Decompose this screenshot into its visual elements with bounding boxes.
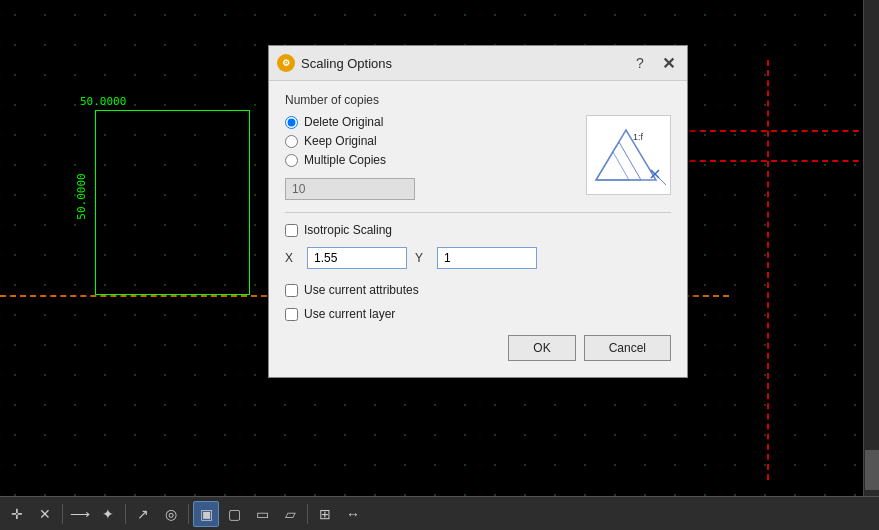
dialog-help-button[interactable]: ? [629,52,651,74]
cancel-button[interactable]: Cancel [584,335,671,361]
y-label: Y [415,251,429,265]
isotropic-scaling-checkbox[interactable] [285,224,298,237]
scrollbar-thumb-vertical[interactable] [865,450,879,490]
radio-keep-original[interactable]: Keep Original [285,134,574,148]
xy-row: X Y [285,247,671,269]
top-section: Delete Original Keep Original Multiple C… [285,115,671,200]
radio-multiple-copies-input[interactable] [285,154,298,167]
toolbar-icon-close[interactable]: ✕ [32,501,58,527]
use-current-layer-label: Use current layer [304,307,395,321]
dashed-line-vertical [767,60,769,480]
toolbar-icon-monitor-3[interactable]: ▭ [249,501,275,527]
copies-input-container [285,178,574,200]
number-of-copies-label: Number of copies [285,93,671,107]
radio-delete-original-input[interactable] [285,116,298,129]
button-row: OK Cancel [285,335,671,361]
cad-rectangle [95,110,250,295]
scaling-options-dialog: ⚙ Scaling Options ? ✕ Number of copies D… [268,45,688,378]
dialog-titlebar[interactable]: ⚙ Scaling Options ? ✕ [269,46,687,81]
radio-delete-original-label: Delete Original [304,115,383,129]
use-current-layer-checkbox[interactable] [285,308,298,321]
ok-button[interactable]: OK [508,335,575,361]
toolbar-separator-2 [125,504,126,524]
isotropic-scaling-row[interactable]: Isotropic Scaling [285,223,671,237]
toolbar-icon-monitor-2[interactable]: ▢ [221,501,247,527]
use-current-attributes-row[interactable]: Use current attributes [285,283,671,297]
toolbar-separator-4 [307,504,308,524]
toolbar-separator-1 [62,504,63,524]
use-current-layer-row[interactable]: Use current layer [285,307,671,321]
copies-input-field[interactable] [285,178,415,200]
radio-multiple-copies-label: Multiple Copies [304,153,386,167]
y-input[interactable] [437,247,537,269]
x-input[interactable] [307,247,407,269]
isotropic-scaling-label: Isotropic Scaling [304,223,392,237]
dialog-app-icon: ⚙ [277,54,295,72]
dashed-line-horizontal-2 [659,160,879,162]
radio-multiple-copies[interactable]: Multiple Copies [285,153,574,167]
dashed-line-horizontal-1 [659,130,879,132]
svg-text:1:f: 1:f [633,132,644,142]
toolbar-separator-3 [188,504,189,524]
dialog-body: Number of copies Delete Original Keep Or… [269,81,687,377]
use-current-attributes-checkbox[interactable] [285,284,298,297]
use-current-attributes-label: Use current attributes [304,283,419,297]
toolbar-icon-star[interactable]: ✦ [95,501,121,527]
svg-marker-2 [596,152,629,180]
dimension-horizontal: 50.0000 [80,95,126,108]
checkboxes-section: Use current attributes Use current layer [285,283,671,321]
radio-delete-original[interactable]: Delete Original [285,115,574,129]
radio-keep-original-label: Keep Original [304,134,377,148]
dimension-vertical: 50.0000 [75,173,88,219]
toolbar-icon-expand[interactable]: ↔ [340,501,366,527]
toolbar-icon-arrow[interactable]: ⟶ [67,501,93,527]
toolbar-icon-monitor-1[interactable]: ▣ [193,501,219,527]
toolbar-icon-rotate[interactable]: ◎ [158,501,184,527]
toolbar-icon-monitor-4[interactable]: ▱ [277,501,303,527]
scrollbar-vertical[interactable] [863,0,879,512]
toolbar-icon-snap[interactable]: ✛ [4,501,30,527]
toolbar: ✛ ✕ ⟶ ✦ ↗ ◎ ▣ ▢ ▭ ▱ ⊞ ↔ [0,496,879,530]
preview-box: 1:f [586,115,671,195]
radio-keep-original-input[interactable] [285,135,298,148]
toolbar-icon-move[interactable]: ↗ [130,501,156,527]
preview-svg: 1:f [591,120,666,190]
radio-group: Delete Original Keep Original Multiple C… [285,115,574,200]
separator-1 [285,212,671,213]
toolbar-icon-grid[interactable]: ⊞ [312,501,338,527]
dialog-title: Scaling Options [301,56,623,71]
x-label: X [285,251,299,265]
dialog-close-button[interactable]: ✕ [657,52,679,74]
